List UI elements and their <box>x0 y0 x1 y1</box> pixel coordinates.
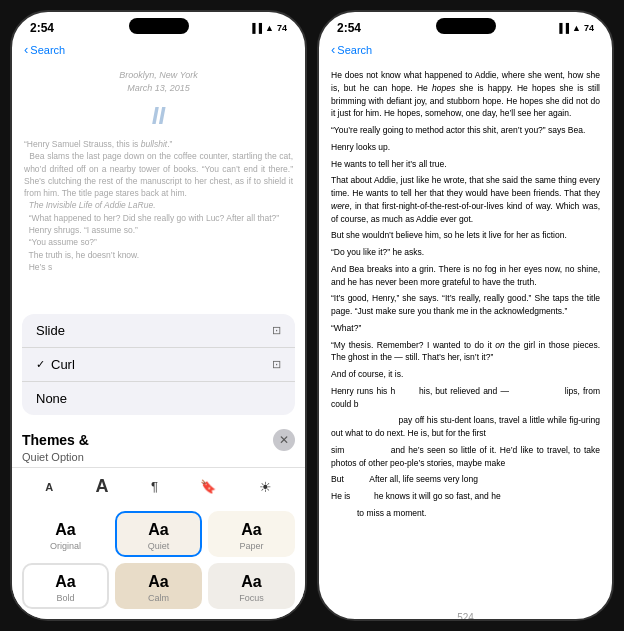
status-bar-left: 2:54 ▐▐ ▲ 74 <box>12 12 305 40</box>
slide-option-slide[interactable]: Slide ⊡ <box>22 314 295 348</box>
theme-calm[interactable]: Aa Calm <box>115 563 202 609</box>
bookmark-button[interactable]: 🔖 <box>194 477 222 496</box>
nav-back-label-left[interactable]: Search <box>30 44 65 56</box>
phone-left: 2:54 ▐▐ ▲ 74 ‹ Search Brooklyn, New York… <box>10 10 307 621</box>
phone-right: 2:54 ▐▐ ▲ 74 ‹ Search He does not know w… <box>317 10 614 621</box>
battery-icon-right: 74 <box>584 23 594 33</box>
para-18: to miss a moment. <box>331 507 600 520</box>
curl-icon: ⊡ <box>272 358 281 371</box>
reader-toolbar: A A ¶ 🔖 ☀ <box>12 467 305 505</box>
para-2: “You’re really going to method actor thi… <box>331 124 600 137</box>
para-3: Henry looks up. <box>331 141 600 154</box>
theme-calm-name: Calm <box>148 593 169 603</box>
para-1: He does not know what happened to Addie,… <box>331 69 600 120</box>
theme-bold-sample: Aa <box>55 573 75 591</box>
slide-option-none[interactable]: None <box>22 382 295 415</box>
book-body-right: He does not know what happened to Addie,… <box>319 61 612 608</box>
theme-paper-name: Paper <box>239 541 263 551</box>
para-5: That about Addie, just like he wrote, th… <box>331 174 600 225</box>
status-bar-right: 2:54 ▐▐ ▲ 74 <box>319 12 612 40</box>
signal-icon: ▐▐ <box>249 23 262 33</box>
theme-original[interactable]: Aa Original <box>22 511 109 557</box>
nav-back-label-right[interactable]: Search <box>337 44 372 56</box>
wifi-icon-right: ▲ <box>572 23 581 33</box>
curl-label: Curl <box>51 357 272 372</box>
signal-icon-right: ▐▐ <box>556 23 569 33</box>
theme-original-sample: Aa <box>55 521 75 539</box>
themes-label: Themes & <box>22 432 89 448</box>
theme-paper-sample: Aa <box>241 521 261 539</box>
page-number: 524 <box>319 608 612 621</box>
curl-check: ✓ <box>36 358 45 371</box>
battery-icon: 74 <box>277 23 287 33</box>
para-15: sim and he’s seen so little of it. He’d … <box>331 444 600 470</box>
para-11: “My thesis. Remember? I wanted to do it … <box>331 339 600 365</box>
font-small-button[interactable]: A <box>39 479 59 495</box>
slide-option-curl[interactable]: ✓ Curl ⊡ <box>22 348 295 382</box>
para-4: He wants to tell her it’s all true. <box>331 158 600 171</box>
nav-bar-left[interactable]: ‹ Search <box>12 40 305 61</box>
close-button[interactable]: ✕ <box>273 429 295 451</box>
para-10: “What?” <box>331 322 600 335</box>
brightness-button[interactable]: ☀ <box>253 477 278 497</box>
paragraph-button[interactable]: ¶ <box>145 477 164 496</box>
para-17: He is he knows it will go so fast, and h… <box>331 490 600 503</box>
time-right: 2:54 <box>337 21 361 35</box>
theme-quiet-name: Quiet <box>148 541 170 551</box>
book-body-left: Brooklyn, New YorkMarch 13, 2015 II “Hen… <box>12 61 305 281</box>
wifi-icon: ▲ <box>265 23 274 33</box>
theme-focus[interactable]: Aa Focus <box>208 563 295 609</box>
para-13: Henry runs his hidden his, but relieved … <box>331 385 600 411</box>
theme-grid: Aa Original Aa Quiet Aa Paper Aa Bold Aa <box>12 505 305 619</box>
theme-quiet-sample: Aa <box>148 521 168 539</box>
para-12: And of course, it is. <box>331 368 600 381</box>
theme-quiet[interactable]: Aa Quiet <box>115 511 202 557</box>
para-7: “Do you like it?” he asks. <box>331 246 600 259</box>
time-left: 2:54 <box>30 21 54 35</box>
nav-bar-right[interactable]: ‹ Search <box>319 40 612 61</box>
theme-calm-sample: Aa <box>148 573 168 591</box>
back-arrow-left: ‹ <box>24 42 28 57</box>
theme-focus-sample: Aa <box>241 573 261 591</box>
theme-bold[interactable]: Aa Bold <box>22 563 109 609</box>
status-icons-left: ▐▐ ▲ 74 <box>249 23 287 33</box>
theme-paper[interactable]: Aa Paper <box>208 511 295 557</box>
theme-original-name: Original <box>50 541 81 551</box>
themes-header-row: Themes & ✕ <box>12 423 305 451</box>
back-arrow-right: ‹ <box>331 42 335 57</box>
slide-panel: Slide ⊡ ✓ Curl ⊡ None Themes & ✕ Quiet O… <box>12 306 305 619</box>
quiet-option-label: Quiet Option <box>12 451 305 463</box>
slide-options-container: Slide ⊡ ✓ Curl ⊡ None <box>22 314 295 415</box>
chapter-number: II <box>24 99 293 134</box>
slide-icon: ⊡ <box>272 324 281 337</box>
book-location: Brooklyn, New YorkMarch 13, 2015 <box>24 69 293 95</box>
font-large-button[interactable]: A <box>90 474 115 499</box>
theme-focus-name: Focus <box>239 593 264 603</box>
para-9: “It’s good, Henry,” she says. “It’s real… <box>331 292 600 318</box>
para-8: And Bea breaks into a grin. There is no … <box>331 263 600 289</box>
theme-bold-name: Bold <box>56 593 74 603</box>
none-label: None <box>36 391 67 406</box>
book-paragraph: “Henry Samuel Strauss, this is bullshit.… <box>24 138 293 273</box>
dynamic-island-right <box>436 18 496 34</box>
dynamic-island-left <box>129 18 189 34</box>
para-14: pay off his stu-dent loans, travel a lit… <box>331 414 600 440</box>
para-16: But After all, life seems very long <box>331 473 600 486</box>
status-icons-right: ▐▐ ▲ 74 <box>556 23 594 33</box>
slide-option-slide-label: Slide <box>36 323 65 338</box>
para-6: But she wouldn’t believe him, so he lets… <box>331 229 600 242</box>
